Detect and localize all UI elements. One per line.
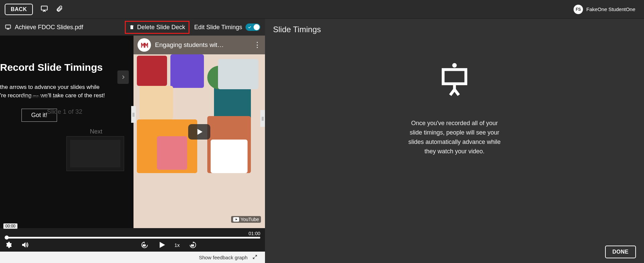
delete-slide-deck-button[interactable]: Delete Slide Deck bbox=[125, 21, 190, 34]
main-area: Achieve FDOC Slides.pdf Delete Slide Dec… bbox=[0, 19, 644, 263]
svg-text:10: 10 bbox=[143, 244, 146, 247]
expand-feedback-icon[interactable] bbox=[252, 254, 258, 261]
video-play-button[interactable] bbox=[188, 124, 210, 140]
illus-person-purple bbox=[170, 54, 204, 88]
illus-person-red bbox=[137, 56, 167, 86]
rewind-10-icon: 10 bbox=[140, 241, 149, 249]
split-handle-left[interactable]: || bbox=[131, 106, 136, 123]
avatar[interactable]: FS bbox=[574, 5, 583, 14]
back-button[interactable]: BACK bbox=[5, 4, 33, 15]
expand-icon bbox=[252, 254, 258, 260]
rewind-10-button[interactable]: 10 bbox=[140, 241, 149, 249]
illus-board bbox=[218, 59, 258, 89]
settings-button[interactable] bbox=[5, 241, 12, 249]
svg-point-5 bbox=[452, 63, 457, 68]
panel-footer: DONE bbox=[273, 246, 636, 258]
play-icon bbox=[195, 127, 204, 136]
forward-10-icon: 10 bbox=[189, 241, 197, 249]
panel-description: Once you've recorded all of your slide t… bbox=[404, 119, 505, 156]
duration-label: 01:00 bbox=[249, 231, 260, 236]
illus-chair-white bbox=[211, 140, 248, 173]
topbar: BACK FS FakeOne StudentOne bbox=[0, 0, 644, 19]
next-slide-arrow[interactable] bbox=[117, 70, 129, 84]
svg-rect-7 bbox=[444, 71, 464, 83]
left-panel: Achieve FDOC Slides.pdf Delete Slide Dec… bbox=[0, 19, 265, 263]
youtube-label: YouTube bbox=[240, 217, 259, 222]
easel-icon bbox=[5, 24, 11, 31]
video-panel: Engaging students wit… ⋮ YouTube bbox=[133, 36, 265, 228]
username-label: FakeOne StudentOne bbox=[586, 6, 635, 12]
time-tooltip: 00:00 bbox=[3, 223, 17, 229]
easel-large-icon bbox=[436, 61, 473, 99]
panel-title: Slide Timings bbox=[273, 25, 636, 34]
svg-text:10: 10 bbox=[191, 244, 194, 247]
video-menu-icon[interactable]: ⋮ bbox=[254, 41, 261, 49]
record-timings-heading: Record Slide Timings bbox=[0, 62, 103, 73]
edit-slide-timings-toggle[interactable] bbox=[246, 23, 260, 31]
progress-bar[interactable] bbox=[5, 237, 260, 239]
next-label: Next bbox=[90, 128, 102, 135]
faint-brand-text: macmillan learning bbox=[21, 94, 55, 99]
volume-icon bbox=[21, 241, 29, 249]
split-handle-right[interactable]: || bbox=[260, 110, 265, 127]
delete-slide-deck-label: Delete Slide Deck bbox=[137, 24, 185, 31]
video-area: Record Slide Timings the arrows to advan… bbox=[0, 36, 265, 228]
chevron-right-icon bbox=[121, 73, 125, 81]
slide-counter: Slide 1 of 32 bbox=[47, 108, 83, 115]
show-feedback-graph-label[interactable]: Show feedback graph bbox=[199, 255, 248, 260]
edit-slide-timings-group: Edit Slide Timings bbox=[194, 23, 260, 31]
illus-person-tan bbox=[140, 86, 173, 119]
svg-rect-0 bbox=[41, 6, 47, 10]
playback-speed-button[interactable]: 1x bbox=[174, 242, 180, 248]
edit-slide-timings-label: Edit Slide Timings bbox=[194, 24, 242, 31]
trash-icon bbox=[129, 24, 135, 30]
volume-button[interactable] bbox=[21, 241, 29, 249]
presentation-mode-icon[interactable] bbox=[40, 5, 48, 14]
gear-icon bbox=[5, 241, 12, 249]
player-controls: 00:00 01:00 bbox=[0, 228, 265, 252]
svg-rect-1 bbox=[6, 25, 11, 28]
video-title: Engaging students wit… bbox=[155, 41, 250, 49]
m-logo-icon bbox=[140, 41, 148, 49]
sub-header: Achieve FDOC Slides.pdf Delete Slide Dec… bbox=[0, 19, 265, 36]
video-header: Engaging students wit… ⋮ bbox=[133, 36, 265, 54]
channel-avatar[interactable] bbox=[138, 38, 151, 52]
next-slide-thumbnail[interactable] bbox=[66, 136, 124, 171]
filename-text: Achieve FDOC Slides.pdf bbox=[15, 24, 83, 31]
filename-label: Achieve FDOC Slides.pdf bbox=[5, 24, 120, 31]
paperclip-icon[interactable] bbox=[56, 5, 63, 14]
youtube-badge[interactable]: YouTube bbox=[231, 216, 261, 223]
forward-10-button[interactable]: 10 bbox=[189, 241, 197, 249]
feedback-footer: Show feedback graph bbox=[0, 252, 265, 263]
slide-panel: Record Slide Timings the arrows to advan… bbox=[0, 36, 133, 228]
illus-chair-pink bbox=[157, 136, 187, 170]
done-button[interactable]: DONE bbox=[605, 246, 636, 258]
play-button[interactable] bbox=[158, 241, 166, 249]
play-icon bbox=[158, 241, 166, 249]
youtube-icon bbox=[233, 217, 239, 222]
right-panel: Slide Timings Once you've recorded all o… bbox=[265, 19, 644, 263]
check-icon bbox=[248, 25, 252, 29]
panel-body: Once you've recorded all of your slide t… bbox=[273, 46, 636, 246]
